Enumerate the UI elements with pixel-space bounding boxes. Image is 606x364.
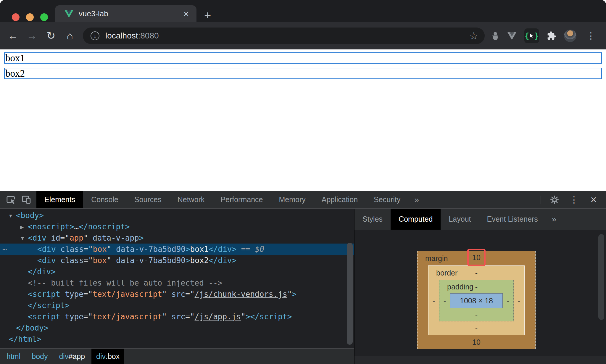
extensions-puzzle-icon[interactable]: [547, 31, 556, 41]
tab-network[interactable]: Network: [170, 191, 213, 208]
devtools-close-icon[interactable]: ×: [585, 194, 602, 206]
dom-row[interactable]: </html>: [0, 334, 354, 345]
padding-bottom-value: -: [475, 310, 478, 319]
breadcrumb-item[interactable]: div.box: [91, 349, 124, 364]
address-bar[interactable]: i localhost:8080 ☆: [83, 28, 485, 44]
tab-layout[interactable]: Layout: [441, 209, 479, 230]
back-icon[interactable]: ←: [4, 30, 22, 42]
dom-row[interactable]: ▼<body>: [0, 210, 354, 221]
profile-avatar[interactable]: [564, 30, 576, 42]
dom-row[interactable]: <script type="text/javascript" src="/js/…: [0, 289, 354, 300]
browser-window: vue3-lab × + ← → ↻ ⌂ i localhost:8080 ☆: [0, 0, 606, 364]
bookmark-star-icon[interactable]: ☆: [469, 30, 478, 42]
dom-row[interactable]: ▶<noscript>…</noscript>: [0, 221, 354, 232]
padding-left-value[interactable]: -: [439, 297, 450, 305]
breadcrumb-item[interactable]: div#app: [54, 349, 90, 364]
padding-box[interactable]: padding - - 1008 × 18: [439, 280, 514, 321]
devtools-tabs: ElementsConsoleSourcesNetworkPerformance…: [36, 191, 408, 208]
tab-console[interactable]: Console: [83, 191, 126, 208]
open-brace-glyph: {: [525, 31, 529, 40]
new-tab-button[interactable]: +: [204, 9, 211, 22]
code-cursor-extension-icon[interactable]: { }: [524, 28, 539, 43]
cursor-glyph: [529, 33, 534, 38]
minimize-window-button[interactable]: [26, 13, 34, 21]
border-bottom-value: -: [475, 324, 478, 333]
sidebar-more-tabs-icon[interactable]: »: [546, 209, 563, 230]
sidebar-tabs: StylesComputedLayoutEvent Listeners »: [354, 209, 606, 230]
reload-icon[interactable]: ↻: [41, 30, 60, 42]
url-port: :8080: [138, 31, 159, 40]
collapse-arrow-icon[interactable]: ▼: [20, 233, 28, 244]
device-toolbar-icon[interactable]: [21, 195, 31, 205]
tab-computed[interactable]: Computed: [391, 209, 441, 230]
devtools-settings-gear-icon[interactable]: [546, 195, 563, 204]
dom-row[interactable]: </script>: [0, 300, 354, 311]
tab-title: vue3-lab: [79, 9, 108, 18]
breadcrumb-item[interactable]: html: [2, 349, 25, 364]
toolbar-divider-right: [541, 196, 541, 204]
browser-toolbar: ← → ↻ ⌂ i localhost:8080 ☆: [0, 22, 606, 49]
tab-sources[interactable]: Sources: [126, 191, 170, 208]
tab-security[interactable]: Security: [366, 191, 408, 208]
devtools-panel: ElementsConsoleSourcesNetworkPerformance…: [0, 191, 606, 364]
dom-row[interactable]: <div class="box" data-v-7ba5bd90>box2</d…: [0, 255, 354, 266]
tab-performance[interactable]: Performance: [212, 191, 271, 208]
tab-elements[interactable]: Elements: [36, 191, 83, 208]
margin-left-value[interactable]: -: [418, 265, 428, 335]
border-label: border: [436, 269, 457, 277]
dom-row[interactable]: ▼<div id="app" data-v-app>: [0, 232, 354, 244]
computed-pane: margin 10 - border -: [354, 230, 606, 356]
padding-top-value: -: [475, 283, 478, 291]
expand-arrow-icon[interactable]: ▶: [20, 222, 28, 233]
vue-devtools-icon[interactable]: [507, 32, 517, 40]
dom-tree-scrollbar[interactable]: [347, 243, 353, 345]
styles-sidebar: StylesComputedLayoutEvent Listeners » ma…: [354, 209, 606, 364]
inspect-element-icon[interactable]: [6, 195, 16, 205]
border-left-value[interactable]: -: [428, 280, 439, 321]
dom-rows: ▼<body>▶<noscript>…</noscript>▼<div id="…: [0, 210, 354, 345]
url-text[interactable]: localhost:8080: [105, 31, 159, 41]
dom-row[interactable]: ⋯<div class="box" data-v-7ba5bd90>box1</…: [0, 244, 354, 255]
tab-event-listeners[interactable]: Event Listeners: [479, 209, 546, 230]
sidebar-scrollbar[interactable]: [598, 234, 604, 320]
page-box-1: box1: [4, 52, 602, 64]
tab-close-icon[interactable]: ×: [183, 9, 189, 18]
devtools-toolbar: ElementsConsoleSourcesNetworkPerformance…: [0, 191, 606, 209]
close-brace-glyph: }: [534, 31, 539, 40]
zoom-window-button[interactable]: [40, 13, 48, 21]
more-panels-icon[interactable]: »: [408, 195, 425, 204]
border-box[interactable]: border - - padding -: [428, 265, 525, 335]
extension-icons: { } ⋮: [491, 28, 598, 43]
sidebar-bottom-strip: [354, 356, 606, 364]
margin-top-highlight[interactable]: 10: [467, 249, 486, 266]
padding-label: padding: [447, 283, 473, 291]
breadcrumb-item[interactable]: body: [27, 349, 52, 364]
dom-row[interactable]: <script type="text/javascript" src="/js/…: [0, 311, 354, 322]
box-model-diagram[interactable]: margin 10 - border -: [417, 251, 536, 349]
dom-row[interactable]: </body>: [0, 322, 354, 334]
web-page-viewport: box1 box2: [0, 49, 606, 191]
site-info-icon[interactable]: i: [91, 31, 99, 40]
bug-extension-icon[interactable]: [491, 31, 499, 41]
border-right-value[interactable]: -: [514, 280, 524, 321]
devtools-menu-kebab-icon[interactable]: ⋮: [566, 194, 582, 205]
home-icon[interactable]: ⌂: [60, 30, 79, 42]
collapse-arrow-icon[interactable]: ▼: [8, 210, 16, 222]
tab-application[interactable]: Application: [314, 191, 366, 208]
dom-row[interactable]: <!-- built files will be auto injected -…: [0, 277, 354, 289]
padding-right-value[interactable]: -: [503, 297, 513, 305]
tab-styles[interactable]: Styles: [354, 209, 391, 230]
margin-bottom-value: 10: [472, 338, 481, 347]
window-controls: [12, 13, 48, 21]
content-box[interactable]: 1008 × 18: [450, 293, 503, 308]
url-host: localhost: [105, 31, 138, 40]
browser-tab[interactable]: vue3-lab ×: [55, 5, 196, 22]
elements-tree: ▼<body>▶<noscript>…</noscript>▼<div id="…: [0, 209, 354, 348]
margin-right-value[interactable]: -: [525, 265, 535, 335]
forward-icon[interactable]: →: [22, 30, 41, 42]
close-window-button[interactable]: [12, 13, 20, 21]
browser-menu-kebab-icon[interactable]: ⋮: [584, 30, 598, 41]
dom-row[interactable]: </div>: [0, 266, 354, 277]
tab-memory[interactable]: Memory: [271, 191, 313, 208]
toolbar-divider: [34, 196, 34, 204]
